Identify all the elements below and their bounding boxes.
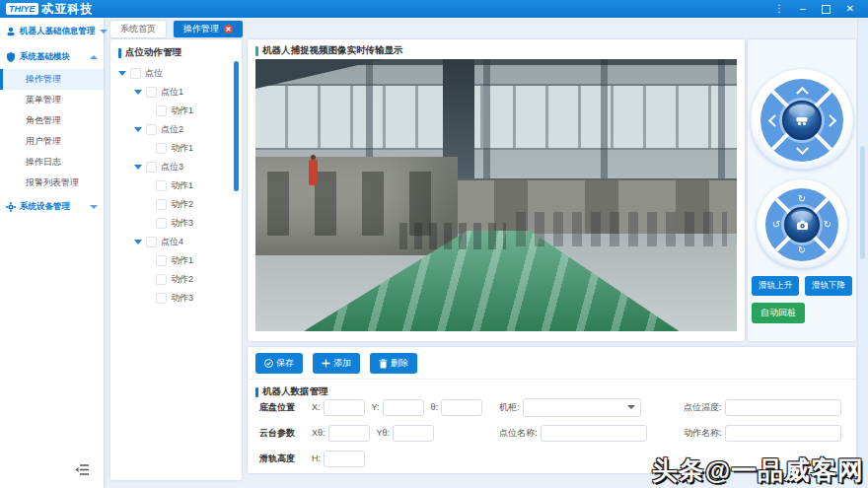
tab-bar: 系统首页 操作管理 ✕	[110, 21, 243, 37]
sidebar-group-robot-info[interactable]: 机器人基础信息管理	[0, 18, 104, 43]
rail-down-button[interactable]: 滑轨下降	[805, 276, 852, 296]
tree-node-action[interactable]: 动作2	[110, 270, 242, 289]
point-action-panel: 点位动作管理 点位 点位1 动作1 点位2 动作1 点位3 动作1 动作2 动作…	[110, 39, 242, 480]
checkbox[interactable]	[156, 274, 167, 285]
point-name-field[interactable]	[541, 425, 647, 442]
tab-system-home[interactable]: 系统首页	[110, 21, 166, 37]
tree-node-action[interactable]: 动作1	[110, 139, 242, 158]
y-field[interactable]	[383, 399, 424, 416]
panel-header: 点位动作管理	[110, 39, 242, 64]
checkbox[interactable]	[146, 124, 157, 135]
ytheta-label: Yθ:	[377, 428, 391, 438]
gimbal-rotate-pad: ↻ ↻ ↺ ↻	[757, 179, 847, 270]
sidebar-group-system-modules[interactable]: 系统基础模块	[0, 43, 104, 69]
chassis-center-button[interactable]	[782, 101, 822, 140]
chassis-pad-disc	[760, 79, 843, 162]
close-icon[interactable]: ✕	[846, 4, 854, 14]
gimbal-tilt-down-button[interactable]: ↻	[795, 244, 809, 257]
tree-node-action[interactable]: 动作2	[110, 195, 242, 214]
caret-down-icon[interactable]	[134, 127, 142, 132]
tree-node-action[interactable]: 动作1	[110, 102, 242, 120]
tree-node-point1[interactable]: 点位1	[110, 83, 242, 102]
checkbox[interactable]	[156, 293, 167, 304]
chassis-up-button[interactable]	[795, 83, 809, 97]
tree-node-label: 点位4	[161, 236, 183, 248]
rotate-cw-icon: ↻	[824, 220, 832, 230]
save-button[interactable]: 保存	[255, 353, 303, 374]
tree-node-point4[interactable]: 点位4	[110, 233, 242, 251]
chassis-right-button[interactable]	[826, 113, 839, 127]
sidebar-item-user-mgmt[interactable]: 用户管理	[0, 131, 104, 152]
tree-node-action[interactable]: 动作3	[110, 214, 242, 233]
checkbox[interactable]	[130, 68, 141, 79]
page-scrollbar-thumb[interactable]	[860, 146, 865, 259]
delete-button[interactable]: 删除	[370, 353, 417, 374]
maximize-icon[interactable]	[822, 5, 831, 14]
minimize-icon[interactable]: –	[800, 4, 806, 14]
sidebar-group-label: 系统设备管理	[20, 201, 70, 213]
rotate-cw-icon: ↻	[798, 194, 806, 204]
tree-scrollbar[interactable]	[234, 61, 239, 191]
gimbal-pan-right-button[interactable]: ↻	[821, 218, 834, 232]
sidebar-item-operation-log[interactable]: 操作日志	[0, 152, 104, 173]
xtheta-field[interactable]	[328, 425, 370, 442]
ytheta-field[interactable]	[393, 425, 434, 442]
tree-node-root[interactable]: 点位	[110, 64, 242, 83]
point-temp-field[interactable]	[725, 399, 841, 416]
point-temp-label: 点位温度:	[684, 401, 722, 414]
caret-down-icon[interactable]	[118, 71, 126, 76]
chassis-position-label: 底盘位置	[259, 401, 305, 414]
h-field[interactable]	[324, 451, 365, 467]
checkbox[interactable]	[156, 180, 167, 191]
chassis-down-button[interactable]	[795, 144, 809, 158]
page-scrollbar[interactable]	[857, 18, 868, 488]
tree-node-label: 点位2	[161, 123, 183, 136]
tree-node-action[interactable]: 动作3	[110, 289, 242, 308]
sidebar-item-menu-mgmt[interactable]: 菜单管理	[0, 90, 104, 110]
tab-operation-mgmt[interactable]: 操作管理 ✕	[174, 21, 243, 37]
xtheta-label: Xθ:	[312, 428, 326, 438]
checkbox[interactable]	[146, 237, 157, 247]
checkbox[interactable]	[156, 105, 167, 116]
more-icon[interactable]: ⋮	[774, 4, 784, 14]
rotate-cw-icon: ↻	[798, 245, 806, 255]
gimbal-tilt-up-button[interactable]: ↻	[795, 192, 809, 206]
tree-node-point2[interactable]: 点位2	[110, 120, 242, 139]
checkbox[interactable]	[156, 218, 167, 229]
checkbox[interactable]	[146, 162, 157, 173]
sidebar-item-alarm-list-mgmt[interactable]: 报警列表管理	[0, 173, 104, 193]
caret-down-icon[interactable]	[134, 240, 142, 244]
action-name-field[interactable]	[725, 425, 841, 442]
checkbox[interactable]	[156, 143, 167, 154]
sidebar-item-role-mgmt[interactable]: 角色管理	[0, 110, 104, 131]
video-scene-worker	[309, 160, 318, 185]
gear-icon	[6, 202, 16, 212]
checkbox[interactable]	[156, 255, 167, 266]
sidebar-item-operation-mgmt[interactable]: 操作管理	[0, 69, 104, 90]
gimbal-pan-left-button[interactable]: ↺	[769, 218, 783, 232]
theta-field[interactable]	[441, 399, 482, 416]
tab-close-icon[interactable]: ✕	[224, 25, 233, 34]
x-field[interactable]	[324, 399, 365, 416]
caret-down-icon[interactable]	[134, 165, 142, 170]
auto-return-button[interactable]: 自动回桩	[752, 303, 805, 323]
panel-title: 点位动作管理	[125, 46, 181, 59]
point-temp-row: 点位温度:	[677, 398, 841, 416]
gimbal-center-button[interactable]	[784, 207, 820, 243]
tab-label: 系统首页	[120, 23, 156, 35]
add-button[interactable]: 添加	[313, 353, 360, 374]
sidebar-collapse-icon[interactable]	[75, 462, 90, 480]
brand-name: 忒亚科技	[42, 1, 94, 18]
tree-node-action[interactable]: 动作1	[110, 176, 242, 195]
tree-node-point3[interactable]: 点位3	[110, 158, 242, 176]
caret-down-icon[interactable]	[134, 90, 142, 95]
sidebar-group-device-mgmt[interactable]: 系统设备管理	[0, 193, 104, 219]
tree-node-label: 动作1	[171, 254, 193, 267]
tree-node-action[interactable]: 动作1	[110, 251, 242, 270]
checkbox[interactable]	[156, 199, 167, 210]
checkbox[interactable]	[146, 87, 157, 98]
cabinet-select[interactable]	[523, 398, 641, 417]
tree-node-label: 点位1	[161, 86, 183, 99]
chassis-left-button[interactable]	[764, 113, 778, 127]
rail-up-button[interactable]: 滑轨上升	[752, 276, 799, 296]
